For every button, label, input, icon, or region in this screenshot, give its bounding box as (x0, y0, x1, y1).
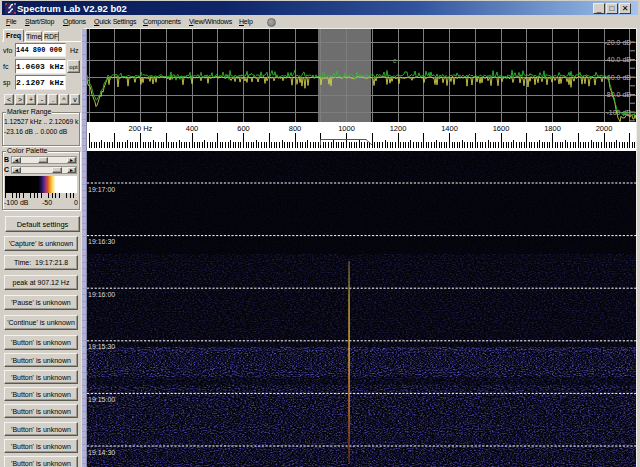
svg-text:2000: 2000 (596, 124, 613, 133)
svg-text:1400: 1400 (441, 124, 458, 133)
svg-text:400: 400 (186, 124, 199, 133)
svg-text:1800: 1800 (544, 124, 561, 133)
svg-text:19:16:00: 19:16:00 (88, 291, 115, 298)
svg-text:800: 800 (289, 124, 302, 133)
svg-text:19:17:00: 19:17:00 (88, 186, 115, 193)
svg-text:1600: 1600 (493, 124, 510, 133)
svg-text:1200: 1200 (390, 124, 407, 133)
svg-text:600: 600 (237, 124, 250, 133)
svg-text:1000: 1000 (338, 124, 355, 133)
svg-text:-80.0 dB: -80.0 dB (605, 91, 632, 98)
svg-text:c: c (393, 57, 397, 64)
svg-text:-20.0 dB: -20.0 dB (605, 39, 632, 46)
svg-text:-40.0 dB: -40.0 dB (605, 56, 632, 63)
svg-text:19:15:00: 19:15:00 (88, 396, 115, 403)
svg-text:19:16:30: 19:16:30 (88, 238, 115, 245)
svg-text:19:14:30: 19:14:30 (88, 449, 115, 456)
svg-text:200 Hz: 200 Hz (129, 124, 153, 133)
svg-text:19:15:30: 19:15:30 (88, 343, 115, 350)
